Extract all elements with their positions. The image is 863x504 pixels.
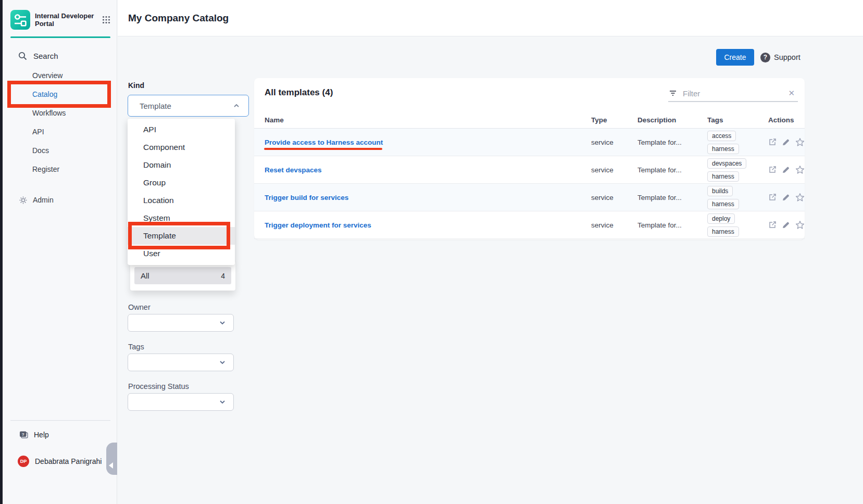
open-in-new-icon[interactable] (768, 138, 777, 146)
templates-title: All templates (4) (265, 87, 333, 98)
edit-icon[interactable] (782, 221, 790, 229)
owner-select[interactable] (128, 314, 234, 332)
help-label: Help (34, 431, 49, 439)
cell-tags: accessharness (707, 129, 768, 156)
tags-select[interactable] (128, 354, 234, 371)
open-in-new-icon[interactable] (768, 193, 777, 201)
scope-all-row[interactable]: All 4 (134, 267, 231, 284)
sidebar-item-label: Catalog (32, 90, 57, 98)
svg-text:?: ? (22, 432, 24, 436)
table-header: NameTypeDescriptionTagsActions (254, 111, 805, 129)
scope-all-count: 4 (221, 272, 225, 280)
search-icon (18, 52, 27, 60)
cell-tags: deployharness (707, 211, 768, 238)
kind-option-api[interactable]: API (128, 121, 235, 138)
description-value: Template for... (637, 194, 682, 201)
user-menu[interactable]: DP Debabrata Panigrahi (3, 454, 117, 469)
cell-type: service (591, 193, 637, 202)
sidebar-search[interactable]: Search (3, 48, 117, 64)
column-header-tags: Tags (707, 111, 768, 128)
kind-option-template[interactable]: Template (128, 227, 235, 245)
sidebar-item-catalog[interactable]: Catalog (3, 85, 117, 104)
sidebar-item-overview[interactable]: Overview (3, 66, 117, 85)
cell-type: service (591, 165, 637, 174)
cell-name: Provide access to Harness account (265, 129, 591, 156)
open-in-new-icon[interactable] (768, 166, 777, 174)
star-icon[interactable] (795, 193, 805, 202)
table-filter: ✕ (668, 85, 798, 102)
kind-option-group[interactable]: Group (128, 174, 235, 192)
sidebar-item-label: Workflows (32, 109, 66, 117)
create-button[interactable]: Create (716, 49, 754, 66)
star-icon[interactable] (795, 137, 805, 147)
star-icon[interactable] (795, 220, 805, 230)
collapse-sidebar-handle[interactable] (106, 443, 117, 475)
tag-chip: devspaces (707, 158, 746, 169)
tag-chip: harness (707, 199, 739, 209)
open-in-new-icon[interactable] (768, 221, 777, 229)
avatar: DP (18, 456, 29, 467)
column-header-type: Type (591, 116, 637, 124)
sidebar-item-label: Docs (32, 146, 49, 155)
sidebar-item-workflows[interactable]: Workflows (3, 104, 117, 122)
chevron-left-icon (109, 462, 113, 469)
column-header-actions: Actions (768, 116, 805, 124)
sidebar-item-label: API (32, 128, 44, 136)
kind-option-domain[interactable]: Domain (128, 156, 235, 174)
sidebar-item-label: Register (32, 165, 59, 173)
template-link[interactable]: Provide access to Harness account (265, 138, 383, 146)
cell-actions (768, 137, 805, 147)
column-header-description: Description (637, 116, 707, 124)
cell-actions (768, 220, 805, 230)
edit-icon[interactable] (782, 193, 790, 201)
kind-label: Kind (128, 81, 144, 90)
cell-description: Template for... (637, 165, 707, 174)
edit-icon[interactable] (782, 138, 790, 146)
kind-dropdown-menu: APIComponentDomainGroupLocationSystemTem… (128, 119, 235, 265)
tag-chip: harness (707, 226, 739, 237)
processing-status-label: Processing Status (128, 382, 189, 390)
type-value: service (591, 166, 614, 174)
template-link[interactable]: Trigger deployment for services (265, 221, 371, 229)
template-link[interactable]: Trigger build for services (265, 194, 348, 201)
template-link[interactable]: Reset devspaces (265, 166, 322, 174)
cell-name: Trigger build for services (265, 184, 591, 211)
tag-chip: builds (707, 186, 733, 196)
star-icon[interactable] (795, 165, 805, 174)
question-circle-icon: ? (760, 53, 770, 62)
kind-option-component[interactable]: Component (128, 138, 235, 156)
kind-select-value: Template (140, 102, 232, 110)
brand: Internal Developer Portal (10, 8, 110, 31)
help-icon: ? (19, 431, 29, 439)
page-header: My Company Catalog (118, 0, 863, 36)
kind-option-location[interactable]: Location (128, 192, 235, 209)
support-button[interactable]: ? Support (760, 52, 801, 62)
support-label: Support (774, 53, 801, 61)
kind-option-user[interactable]: User (128, 245, 235, 262)
admin-label: Admin (33, 196, 54, 204)
apps-grid-icon[interactable] (102, 16, 110, 24)
cell-tags: buildsharness (707, 184, 768, 211)
scope-all-label: All (141, 271, 221, 280)
tag-chip: access (707, 131, 736, 141)
sidebar-item-api[interactable]: API (3, 122, 117, 141)
cell-name: Trigger deployment for services (265, 211, 591, 238)
kind-select[interactable]: Template (128, 95, 249, 117)
user-name: Debabrata Panigrahi (35, 457, 102, 465)
cell-description: Template for... (637, 220, 707, 230)
chevron-down-icon (218, 397, 227, 407)
sidebar-item-register[interactable]: Register (3, 160, 117, 179)
kind-option-system[interactable]: System (128, 209, 235, 227)
filter-input[interactable] (683, 89, 788, 98)
owner-label: Owner (128, 303, 151, 311)
edit-icon[interactable] (782, 166, 790, 174)
processing-status-select[interactable] (128, 393, 234, 411)
description-value: Template for... (637, 166, 682, 174)
search-label: Search (33, 52, 58, 60)
sidebar-item-admin[interactable]: Admin (3, 192, 117, 208)
clear-icon[interactable]: ✕ (788, 89, 795, 98)
brand-divider (10, 36, 110, 38)
sidebar-item-docs[interactable]: Docs (3, 141, 117, 160)
sidebar-help[interactable]: ? Help (3, 427, 117, 442)
description-value: Template for... (637, 221, 682, 229)
